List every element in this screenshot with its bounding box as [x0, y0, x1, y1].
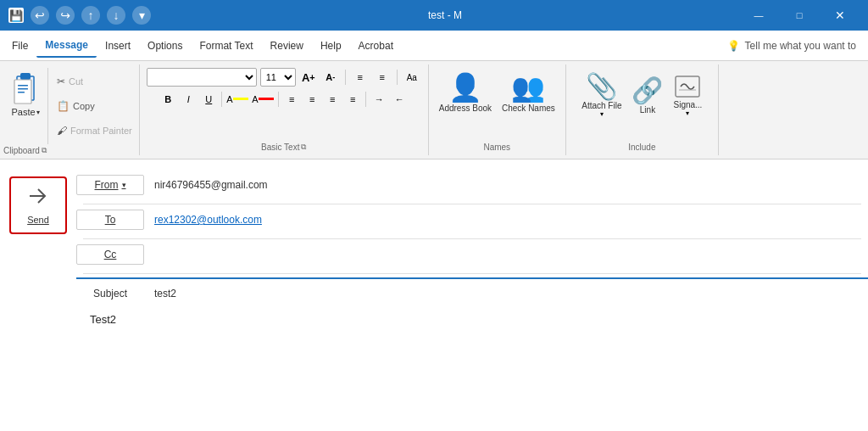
- menu-help[interactable]: Help: [312, 35, 350, 57]
- increase-font-button[interactable]: A+: [299, 68, 318, 87]
- divider-3: [83, 273, 861, 274]
- format-painter-button[interactable]: 🖌 Format Painter: [53, 123, 136, 138]
- fields-panel: From ▾ nir46796455@gmail.com To rex12302…: [76, 160, 868, 346]
- window-title: test - M: [428, 9, 462, 21]
- undo-button[interactable]: ↩: [31, 6, 49, 25]
- down-button[interactable]: ↓: [107, 6, 125, 25]
- font-color-button[interactable]: A: [251, 90, 275, 109]
- redo-button[interactable]: ↩: [56, 6, 75, 25]
- names-buttons: 👤 Address Book 👥 Check Names: [436, 68, 559, 116]
- address-book-label: Address Book: [439, 104, 492, 113]
- basic-text-expand-icon[interactable]: ⧉: [301, 143, 306, 152]
- subject-row: Subject test2: [76, 277, 868, 303]
- align-right-button[interactable]: ≡: [323, 90, 342, 109]
- address-book-icon: 👤: [448, 71, 482, 104]
- numbering-button[interactable]: ≡: [373, 68, 392, 87]
- from-dropdown-icon: ▾: [122, 181, 126, 189]
- menu-format-text[interactable]: Format Text: [191, 35, 261, 57]
- signature-icon: [674, 73, 701, 100]
- from-button[interactable]: From ▾: [76, 175, 144, 195]
- attach-file-icon: 📎: [586, 71, 617, 101]
- send-icon: [26, 186, 50, 211]
- indent-more-button[interactable]: →: [370, 90, 388, 109]
- up-button[interactable]: ↑: [81, 6, 100, 25]
- email-body[interactable]: Test2: [76, 303, 868, 336]
- address-book-button[interactable]: 👤 Address Book: [436, 68, 495, 116]
- font-name-select[interactable]: [147, 68, 257, 87]
- clipboard-group: Paste ▾ ✂ Cut 📋 Copy 🖌 Format Painter: [0, 64, 140, 155]
- menu-acrobat[interactable]: Acrobat: [350, 35, 402, 57]
- svg-rect-4: [18, 88, 28, 90]
- menu-options[interactable]: Options: [139, 35, 191, 57]
- basic-text-group: 11 A+ A- ≡ ≡ Aa B I U A A ≡ ≡ ≡ ≡: [140, 64, 429, 155]
- subject-value[interactable]: test2: [151, 286, 868, 301]
- minimize-button[interactable]: —: [739, 0, 778, 31]
- to-value[interactable]: rex12302@outlook.com: [151, 212, 868, 227]
- separator-5: [365, 92, 366, 107]
- maximize-button[interactable]: □: [780, 0, 819, 31]
- separator-4: [278, 92, 279, 107]
- customize-button[interactable]: ▾: [132, 6, 151, 25]
- underline-button[interactable]: U: [199, 90, 218, 109]
- paste-button[interactable]: Paste ▾: [3, 68, 48, 144]
- compose-area: Send From ▾ nir46796455@gmail.com To rex…: [0, 160, 868, 346]
- to-button[interactable]: To: [76, 210, 144, 230]
- menu-review[interactable]: Review: [262, 35, 312, 57]
- copy-button[interactable]: 📋 Copy: [53, 98, 136, 114]
- svg-rect-5: [18, 92, 25, 93]
- signature-button[interactable]: Signa... ▾: [670, 70, 705, 120]
- paste-icon: [10, 71, 41, 107]
- font-size-select[interactable]: 11: [260, 68, 296, 87]
- ribbon: Paste ▾ ✂ Cut 📋 Copy 🖌 Format Painter: [0, 61, 868, 160]
- link-button[interactable]: 🔗 Link: [628, 72, 666, 118]
- window-controls: — □ ✕: [739, 0, 860, 31]
- attach-file-button[interactable]: 📎 Attach File ▾: [578, 68, 625, 121]
- svg-rect-1: [20, 73, 31, 80]
- separator-1: [345, 70, 346, 85]
- separator-3: [221, 92, 222, 107]
- to-row: To rex12302@outlook.com: [76, 204, 868, 235]
- menu-insert[interactable]: Insert: [97, 35, 139, 57]
- save-icon[interactable]: 💾: [8, 8, 24, 23]
- align-center-button[interactable]: ≡: [303, 90, 321, 109]
- link-label: Link: [640, 105, 655, 115]
- check-names-button[interactable]: 👥 Check Names: [498, 68, 559, 116]
- include-group-label: Include: [628, 141, 655, 152]
- italic-button[interactable]: I: [179, 90, 198, 109]
- lightbulb-icon: 💡: [727, 40, 740, 52]
- menu-message[interactable]: Message: [36, 34, 97, 58]
- highlight-button[interactable]: A: [225, 90, 249, 109]
- clipboard-expand-icon[interactable]: ⧉: [42, 146, 47, 155]
- align-justify-button[interactable]: ≡: [343, 90, 362, 109]
- link-icon: 🔗: [632, 76, 663, 105]
- cut-button[interactable]: ✂ Cut: [53, 74, 136, 89]
- paste-label: Paste: [11, 107, 35, 117]
- attach-file-label: Attach File: [581, 101, 621, 110]
- send-panel: Send: [0, 160, 76, 346]
- attach-dropdown-icon: ▾: [600, 110, 604, 118]
- signature-label: Signa...: [673, 100, 702, 109]
- text-direction-button[interactable]: Aa: [403, 68, 421, 87]
- copy-icon: 📋: [57, 100, 70, 112]
- basic-text-font-row: 11 A+ A- ≡ ≡ Aa: [147, 68, 421, 87]
- paste-dropdown-icon: ▾: [36, 109, 40, 116]
- send-label: Send: [27, 215, 49, 225]
- basic-text-group-label: Basic Text ⧉: [261, 141, 306, 152]
- cc-value[interactable]: [151, 253, 868, 256]
- basic-text-format-row: B I U A A ≡ ≡ ≡ ≡ → ←: [159, 90, 409, 109]
- names-group-label: Names: [483, 141, 510, 152]
- title-bar: 💾 ↩ ↩ ↑ ↓ ▾ test - M — □ ✕: [0, 0, 868, 31]
- tell-me-search[interactable]: 💡 Tell me what you want to: [719, 36, 865, 55]
- separator-2: [397, 70, 398, 85]
- bullets-button[interactable]: ≡: [351, 68, 370, 87]
- send-button[interactable]: Send: [9, 176, 67, 234]
- close-button[interactable]: ✕: [821, 0, 860, 31]
- cut-icon: ✂: [57, 76, 65, 87]
- check-names-label: Check Names: [502, 104, 555, 113]
- decrease-font-button[interactable]: A-: [321, 68, 340, 87]
- cc-button[interactable]: Cc: [76, 244, 144, 265]
- bold-button[interactable]: B: [159, 90, 177, 109]
- indent-less-button[interactable]: ←: [390, 90, 409, 109]
- menu-file[interactable]: File: [3, 35, 36, 57]
- align-left-button[interactable]: ≡: [282, 90, 301, 109]
